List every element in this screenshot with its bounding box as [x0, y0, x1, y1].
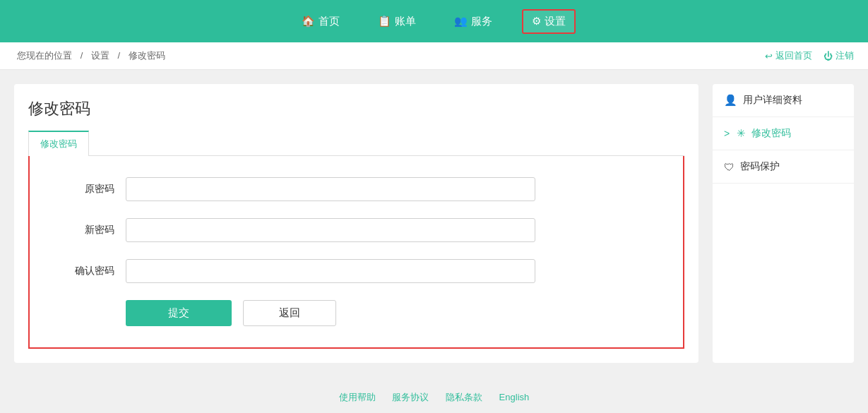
main-content: 修改密码 修改密码 原密码 新密码 确认密码 提交 返回 — [0, 70, 868, 377]
return-home-label: 返回首页 — [775, 49, 812, 62]
nav-home-label: 首页 — [319, 15, 340, 28]
sidebar-item-change-password[interactable]: > ✳ 修改密码 — [713, 117, 854, 150]
breadcrumb-sep1: / — [81, 50, 83, 61]
breadcrumb-prefix: 您现在的位置 — [17, 50, 72, 61]
breadcrumb: 您现在的位置 / 设置 / 修改密码 — [14, 49, 168, 62]
arrow-icon: > — [724, 128, 730, 139]
nav-item-service[interactable]: 👥 服务 — [446, 11, 501, 32]
sidebar-item-password-protection[interactable]: 🛡 密码保护 — [713, 150, 854, 184]
breadcrumb-sep2: / — [118, 50, 121, 61]
sidebar-item-user-profile[interactable]: 👤 用户详细资料 — [713, 84, 854, 117]
nav-item-settings[interactable]: ⚙ 设置 — [522, 9, 576, 34]
new-password-group: 新密码 — [58, 218, 655, 242]
breadcrumb-settings: 设置 — [91, 50, 109, 61]
main-nav: 🏠 首页 📋 账单 👥 服务 ⚙ 设置 — [293, 9, 576, 34]
footer-privacy-link[interactable]: 隐私条款 — [446, 392, 482, 402]
confirm-password-input[interactable] — [126, 259, 535, 283]
home-icon: 🏠 — [302, 15, 315, 28]
nav-settings-label: 设置 — [545, 15, 566, 28]
right-sidebar: 👤 用户详细资料 > ✳ 修改密码 🛡 密码保护 — [713, 84, 854, 363]
logout-icon: ⏻ — [824, 51, 833, 61]
confirm-password-label: 确认密码 — [58, 265, 114, 277]
content-left: 修改密码 修改密码 原密码 新密码 确认密码 提交 返回 — [14, 84, 698, 363]
return-home-icon: ↩ — [765, 51, 773, 61]
breadcrumb-bar: 您现在的位置 / 设置 / 修改密码 ↩ 返回首页 ⏻ 注销 — [0, 42, 868, 70]
footer-terms-link[interactable]: 服务协议 — [392, 392, 429, 402]
header: 🏠 首页 📋 账单 👥 服务 ⚙ 设置 — [0, 0, 868, 42]
confirm-password-group: 确认密码 — [58, 259, 655, 283]
submit-button[interactable]: 提交 — [126, 300, 232, 326]
sidebar-user-profile-label: 用户详细资料 — [743, 94, 802, 107]
form-container: 原密码 新密码 确认密码 提交 返回 — [28, 156, 684, 349]
nav-service-label: 服务 — [471, 15, 492, 28]
tab-bar: 修改密码 — [28, 131, 684, 156]
nav-item-home[interactable]: 🏠 首页 — [293, 11, 348, 32]
form-buttons: 提交 返回 — [126, 300, 655, 326]
return-button[interactable]: 返回 — [243, 300, 336, 326]
sidebar-password-protection-label: 密码保护 — [740, 160, 780, 173]
old-password-input[interactable] — [126, 177, 535, 201]
settings-icon: ⚙ — [532, 15, 541, 28]
logout-button[interactable]: ⏻ 注销 — [824, 49, 854, 62]
breadcrumb-change-password: 修改密码 — [129, 50, 165, 61]
old-password-label: 原密码 — [58, 183, 114, 196]
return-home-button[interactable]: ↩ 返回首页 — [765, 49, 812, 62]
tab-label: 修改密码 — [40, 138, 77, 149]
bill-icon: 📋 — [378, 15, 391, 28]
tab-change-password[interactable]: 修改密码 — [28, 131, 89, 156]
sidebar-change-password-label: 修改密码 — [751, 127, 791, 140]
page-title: 修改密码 — [28, 98, 684, 119]
new-password-input[interactable] — [126, 218, 535, 242]
breadcrumb-actions: ↩ 返回首页 ⏻ 注销 — [765, 49, 854, 62]
user-icon: 👤 — [724, 94, 737, 107]
service-icon: 👥 — [454, 15, 468, 28]
old-password-group: 原密码 — [58, 177, 655, 201]
asterisk-icon: ✳ — [737, 127, 746, 140]
footer: 使用帮助 服务协议 隐私条款 English — [0, 377, 868, 413]
footer-help-link[interactable]: 使用帮助 — [339, 392, 376, 402]
new-password-label: 新密码 — [58, 224, 114, 237]
nav-bill-label: 账单 — [395, 15, 416, 28]
shield-icon: 🛡 — [724, 161, 735, 173]
nav-item-bill[interactable]: 📋 账单 — [369, 11, 424, 32]
logout-label: 注销 — [836, 49, 854, 62]
footer-english-link[interactable]: English — [499, 392, 530, 402]
